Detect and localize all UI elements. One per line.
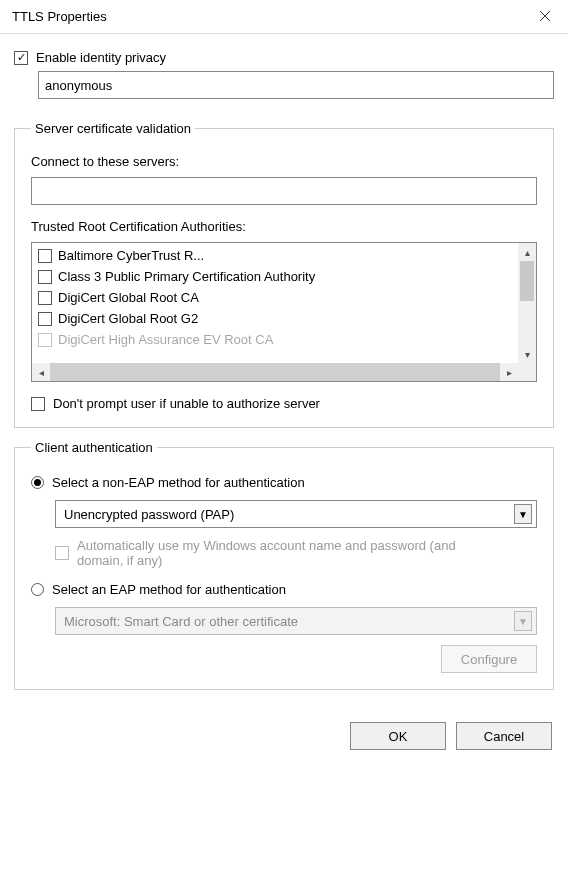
ca-item-checkbox[interactable]	[38, 270, 52, 284]
ca-listbox[interactable]: Baltimore CyberTrust R...Class 3 Public …	[31, 242, 537, 382]
enable-identity-row[interactable]: Enable identity privacy	[14, 50, 554, 65]
scroll-down-arrow-icon[interactable]: ▾	[518, 345, 536, 363]
connect-servers-input[interactable]	[31, 177, 537, 205]
ca-item-checkbox[interactable]	[38, 333, 52, 347]
non-eap-method-dropdown[interactable]: Unencrypted password (PAP) ▼	[55, 500, 537, 528]
eap-radio-label: Select an EAP method for authentication	[52, 582, 286, 597]
scroll-right-arrow-icon[interactable]: ▸	[500, 367, 518, 378]
configure-button: Configure	[441, 645, 537, 673]
ca-item-checkbox[interactable]	[38, 312, 52, 326]
vertical-scrollbar[interactable]: ▴ ▾	[518, 243, 536, 363]
titlebar: TTLS Properties	[0, 0, 568, 34]
scroll-up-arrow-icon[interactable]: ▴	[518, 243, 536, 261]
eap-method-dropdown: Microsoft: Smart Card or other certifica…	[55, 607, 537, 635]
ca-list-item[interactable]: Baltimore CyberTrust R...	[32, 245, 518, 266]
non-eap-method-value: Unencrypted password (PAP)	[64, 507, 234, 522]
eap-method-value: Microsoft: Smart Card or other certifica…	[64, 614, 298, 629]
window-title: TTLS Properties	[12, 9, 107, 24]
horizontal-scrollbar[interactable]: ◂ ▸	[32, 363, 518, 381]
server-validation-legend: Server certificate validation	[31, 121, 195, 136]
ca-list-item[interactable]: DigiCert High Assurance EV Root CA	[32, 329, 518, 350]
connect-servers-label: Connect to these servers:	[31, 154, 537, 169]
dialog-footer: OK Cancel	[0, 712, 568, 762]
dont-prompt-label: Don't prompt user if unable to authorize…	[53, 396, 320, 411]
client-auth-legend: Client authentication	[31, 440, 157, 455]
scroll-thumb[interactable]	[520, 261, 534, 301]
auto-credentials-checkbox	[55, 546, 69, 560]
hscroll-track[interactable]	[50, 363, 500, 381]
server-validation-group: Server certificate validation Connect to…	[14, 121, 554, 428]
ok-button[interactable]: OK	[350, 722, 446, 750]
client-auth-group: Client authentication Select a non-EAP m…	[14, 440, 554, 690]
dont-prompt-row[interactable]: Don't prompt user if unable to authorize…	[31, 396, 537, 411]
auto-credentials-label: Automatically use my Windows account nam…	[77, 538, 477, 568]
auto-credentials-row: Automatically use my Windows account nam…	[55, 538, 537, 568]
ca-item-label: Class 3 Public Primary Certification Aut…	[58, 269, 315, 284]
enable-identity-checkbox[interactable]	[14, 51, 28, 65]
scrollbar-corner	[518, 363, 536, 381]
close-icon	[539, 8, 551, 26]
ca-item-label: DigiCert Global Root CA	[58, 290, 199, 305]
non-eap-radio-row[interactable]: Select a non-EAP method for authenticati…	[31, 475, 537, 490]
ca-item-checkbox[interactable]	[38, 249, 52, 263]
identity-input[interactable]	[38, 71, 554, 99]
cancel-button[interactable]: Cancel	[456, 722, 552, 750]
non-eap-radio-label: Select a non-EAP method for authenticati…	[52, 475, 305, 490]
eap-radio-row[interactable]: Select an EAP method for authentication	[31, 582, 537, 597]
ca-item-label: Baltimore CyberTrust R...	[58, 248, 204, 263]
ca-list-item[interactable]: Class 3 Public Primary Certification Aut…	[32, 266, 518, 287]
non-eap-radio[interactable]	[31, 476, 44, 489]
ca-item-checkbox[interactable]	[38, 291, 52, 305]
scroll-left-arrow-icon[interactable]: ◂	[32, 367, 50, 378]
ca-item-label: DigiCert High Assurance EV Root CA	[58, 332, 273, 347]
enable-identity-label: Enable identity privacy	[36, 50, 166, 65]
ca-item-label: DigiCert Global Root G2	[58, 311, 198, 326]
dont-prompt-checkbox[interactable]	[31, 397, 45, 411]
ca-list-item[interactable]: DigiCert Global Root CA	[32, 287, 518, 308]
eap-radio[interactable]	[31, 583, 44, 596]
close-button[interactable]	[522, 1, 568, 33]
ca-list-item[interactable]: DigiCert Global Root G2	[32, 308, 518, 329]
ca-list-label: Trusted Root Certification Authorities:	[31, 219, 537, 234]
chevron-down-icon[interactable]: ▼	[514, 504, 532, 524]
chevron-down-icon: ▼	[514, 611, 532, 631]
